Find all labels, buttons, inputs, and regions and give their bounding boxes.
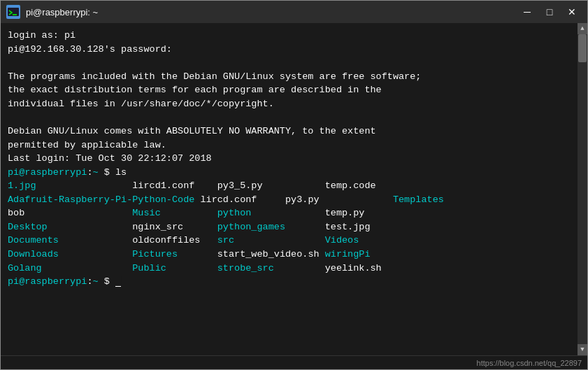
- maximize-button[interactable]: □: [540, 5, 559, 19]
- window-title: pi@raspberrypi: ~: [26, 7, 98, 17]
- terminal-body[interactable]: login as: pi pi@192.168.30.128's passwor…: [1, 23, 587, 355]
- title-controls: ─ □ ✕: [517, 5, 582, 19]
- scroll-track[interactable]: [578, 34, 587, 344]
- scroll-down-arrow[interactable]: ▼: [578, 344, 587, 355]
- title-bar: pi@raspberrypi: ~ ─ □ ✕: [1, 1, 587, 23]
- scrollbar[interactable]: ▲ ▼: [578, 23, 587, 355]
- status-url: https://blog.csdn.net/qq_22897: [477, 359, 582, 367]
- title-bar-left: pi@raspberrypi: ~: [6, 5, 98, 19]
- minimize-button[interactable]: ─: [517, 5, 537, 19]
- scroll-thumb[interactable]: [578, 34, 587, 62]
- terminal-window: pi@raspberrypi: ~ ─ □ ✕ login as: pi pi@…: [0, 0, 588, 370]
- terminal-icon: [6, 5, 20, 19]
- scroll-up-arrow[interactable]: ▲: [578, 23, 587, 34]
- status-bar: https://blog.csdn.net/qq_22897: [1, 355, 587, 369]
- terminal-output: login as: pi pi@192.168.30.128's passwor…: [8, 29, 575, 289]
- close-button[interactable]: ✕: [562, 5, 582, 19]
